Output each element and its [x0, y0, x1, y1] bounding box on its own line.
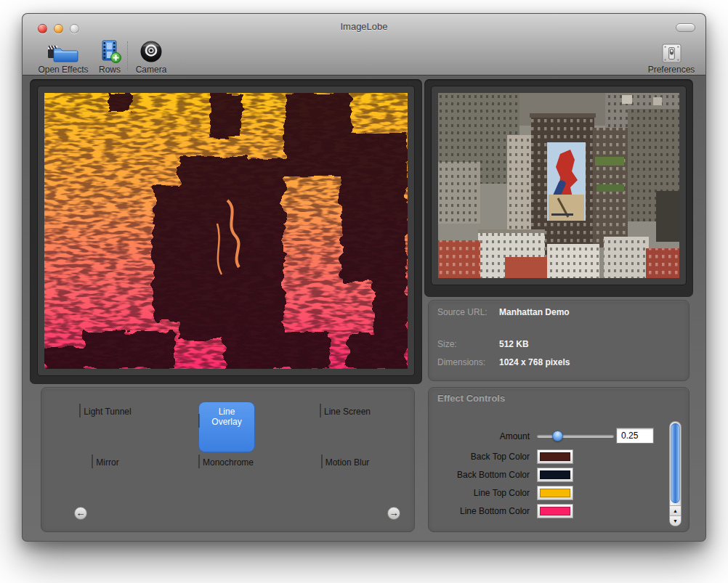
- line-top-color-well[interactable]: [537, 486, 573, 500]
- preferences-label: Preferences: [648, 65, 695, 75]
- effect-tile-line-overlay[interactable]: Line Overlay: [199, 402, 254, 452]
- app-window: ImageLobe Open Effects: [22, 13, 706, 542]
- back-top-color-well[interactable]: [537, 449, 573, 464]
- preferences-switch-icon: [661, 38, 682, 64]
- line-bottom-color-swatch: [540, 507, 570, 515]
- back-bottom-color-well[interactable]: [537, 468, 573, 482]
- back-top-color-label: Back Top Color: [429, 452, 530, 462]
- dimensions-row: Dimensions: 1024 x 768 pixels: [429, 356, 689, 368]
- scrollbar-thumb[interactable]: [671, 423, 680, 503]
- effect-label: Line Screen: [320, 407, 374, 417]
- effect-tile-motion-blur[interactable]: Motion Blur: [320, 453, 375, 502]
- amount-slider-knob[interactable]: [552, 431, 563, 441]
- right-arrow-icon: →: [389, 507, 399, 518]
- source-image-frame: [432, 86, 686, 285]
- open-effects-label: Open Effects: [38, 65, 88, 75]
- effect-label: Line Overlay: [199, 407, 254, 427]
- dimensions-value: 1024 x 768 pixels: [499, 356, 570, 368]
- rows-filmstrip-icon: [97, 38, 122, 64]
- processed-image-panel: [30, 79, 422, 384]
- line-top-color-swatch: [540, 489, 570, 497]
- source-image[interactable]: [438, 93, 679, 278]
- image-info-panel: Source URL: Manhattan Demo Size: 512 KB …: [428, 300, 689, 381]
- effect-tile-mirror[interactable]: Mirror: [80, 453, 135, 502]
- line-top-color-label: Line Top Color: [429, 488, 530, 498]
- processed-image[interactable]: [44, 93, 408, 369]
- scroll-up-button[interactable]: ▲: [670, 505, 681, 515]
- source-url-value: Manhattan Demo: [499, 306, 570, 318]
- back-bottom-color-label: Back Bottom Color: [429, 470, 530, 480]
- effect-controls-title: Effect Controls: [437, 393, 505, 404]
- titlebar-toolbar: ImageLobe Open Effects: [23, 14, 705, 76]
- line-bottom-color-label: Line Bottom Color: [429, 506, 530, 516]
- processed-image-frame: [38, 86, 414, 375]
- dimensions-label: Dimensions:: [437, 356, 485, 368]
- amount-slider[interactable]: [537, 434, 614, 438]
- open-effects-folder-icon: [47, 38, 79, 64]
- scroll-down-arrow-icon: ▼: [673, 518, 678, 523]
- controls-scrollbar[interactable]: ▲ ▼: [669, 421, 682, 526]
- camera-label: Camera: [136, 65, 167, 75]
- scroll-up-arrow-icon: ▲: [673, 508, 678, 513]
- effect-label: Light Tunnel: [80, 407, 134, 417]
- rows-label: Rows: [99, 65, 121, 75]
- rows-button[interactable]: Rows: [94, 38, 126, 75]
- source-url-label: Source URL:: [437, 306, 488, 318]
- preferences-button[interactable]: Preferences: [639, 38, 703, 75]
- effect-label: Motion Blur: [322, 457, 373, 468]
- previous-effects-button[interactable]: ←: [74, 507, 87, 520]
- size-row: Size: 512 KB: [429, 338, 689, 350]
- source-url-row: Source URL: Manhattan Demo: [429, 306, 689, 318]
- effect-controls-panel: Effect Controls Amount Back Top Color Ba…: [428, 387, 689, 532]
- left-arrow-icon: ←: [76, 507, 86, 518]
- source-image-panel: [424, 79, 693, 297]
- open-effects-button[interactable]: Open Effects: [33, 38, 94, 75]
- toolbar-toggle-button[interactable]: [676, 23, 695, 32]
- window-title: ImageLobe: [23, 21, 705, 32]
- size-value: 512 KB: [499, 338, 529, 350]
- scroll-down-button[interactable]: ▼: [670, 515, 681, 526]
- effect-tile-line-screen[interactable]: Line Screen: [320, 402, 375, 452]
- amount-input[interactable]: [616, 428, 654, 444]
- back-bottom-color-swatch: [540, 470, 570, 479]
- effect-tile-light-tunnel[interactable]: Light Tunnel: [80, 402, 135, 452]
- effect-label: Monochrome: [199, 457, 257, 468]
- size-label: Size:: [437, 338, 457, 350]
- camera-icon: [139, 38, 163, 64]
- back-top-color-swatch: [540, 452, 570, 461]
- next-effects-button[interactable]: →: [387, 507, 400, 520]
- line-bottom-color-well[interactable]: [537, 504, 573, 518]
- effects-browser: Light Tunnel Line Overlay Line Screen Mi…: [41, 387, 415, 532]
- amount-label: Amount: [429, 431, 530, 441]
- effect-tile-monochrome[interactable]: Monochrome: [199, 453, 254, 502]
- camera-button[interactable]: Camera: [132, 38, 171, 75]
- toolbar-separator: [127, 41, 128, 70]
- effect-label: Mirror: [92, 457, 122, 468]
